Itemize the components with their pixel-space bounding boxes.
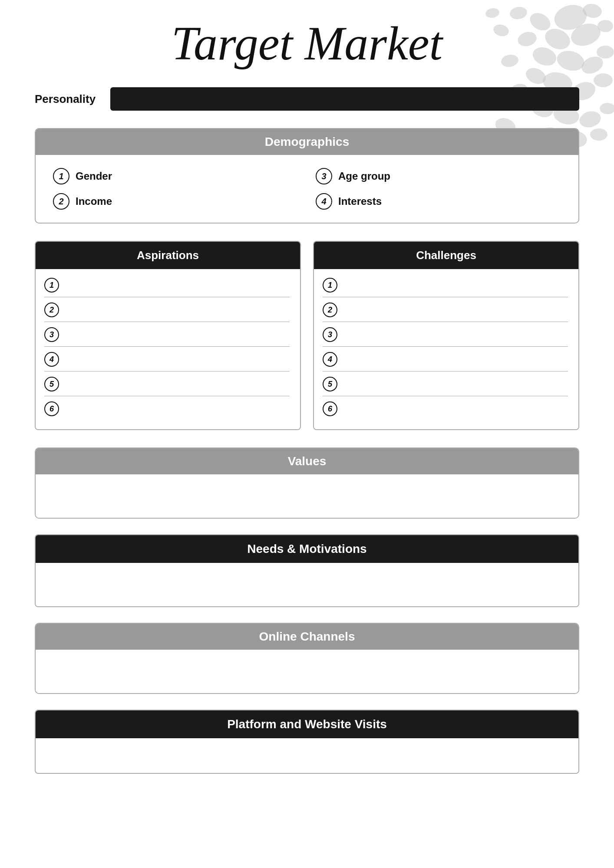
aspirations-header: Aspirations	[36, 242, 300, 269]
chal-num-2: 2	[323, 302, 337, 317]
aspirations-challenges-section: Aspirations 1 2 3 4	[35, 241, 579, 430]
challenges-body: 1 2 3 4 5	[314, 269, 578, 429]
list-item: 6	[44, 401, 290, 421]
list-item: 3	[44, 327, 290, 347]
chal-line-1	[343, 285, 568, 286]
demographics-gender: 1 Gender	[53, 168, 298, 184]
chal-line-3	[343, 335, 568, 335]
demographics-agegroup: 3 Age group	[316, 168, 561, 184]
interests-label: Interests	[338, 195, 382, 207]
svg-point-24	[590, 128, 607, 141]
page: Target Market Personality Demographics 1…	[0, 0, 614, 868]
asp-line-6	[64, 409, 290, 409]
list-item: 3	[323, 327, 568, 347]
svg-point-8	[579, 53, 606, 77]
asp-line-3	[64, 335, 290, 335]
svg-point-19	[600, 103, 614, 114]
demographics-header: Demographics	[36, 129, 578, 155]
chal-line-5	[343, 384, 568, 385]
main-content: Target Market Personality Demographics 1…	[35, 17, 579, 774]
platform-visits-header: Platform and Website Visits	[36, 710, 578, 738]
chal-num-3: 3	[323, 327, 337, 342]
list-item: 5	[44, 377, 290, 396]
chal-num-6: 6	[323, 401, 337, 416]
aspirations-body: 1 2 3 4 5	[36, 269, 300, 429]
online-channels-section: Online Channels	[35, 623, 579, 694]
asp-num-5: 5	[44, 377, 59, 391]
chal-num-1: 1	[323, 278, 337, 293]
list-item: 2	[323, 302, 568, 322]
list-item: 4	[44, 352, 290, 372]
asp-line-4	[64, 359, 290, 360]
demographics-income: 2 Income	[53, 193, 298, 210]
needs-motivations-header: Needs & Motivations	[36, 535, 578, 563]
svg-point-1	[582, 2, 603, 19]
list-item: 5	[323, 377, 568, 396]
platform-visits-body	[36, 738, 578, 773]
income-num: 2	[53, 193, 69, 210]
asp-num-1: 1	[44, 278, 59, 293]
svg-point-18	[578, 109, 603, 130]
list-item: 1	[44, 278, 290, 297]
asp-num-3: 3	[44, 327, 59, 342]
agegroup-num: 3	[316, 168, 332, 184]
list-item: 1	[323, 278, 568, 297]
values-body	[36, 474, 578, 518]
chal-line-4	[343, 359, 568, 360]
svg-point-14	[594, 73, 613, 87]
asp-line-2	[64, 310, 290, 310]
list-item: 4	[323, 352, 568, 372]
online-channels-body	[36, 650, 578, 693]
platform-visits-section: Platform and Website Visits	[35, 710, 579, 774]
interests-num: 4	[316, 193, 332, 210]
list-item: 2	[44, 302, 290, 322]
gender-num: 1	[53, 168, 69, 184]
demographics-section: Demographics 1 Gender 3 Age group 2 Inco…	[35, 128, 579, 224]
page-title: Target Market	[35, 17, 579, 70]
asp-line-5	[64, 384, 290, 385]
challenges-header: Challenges	[314, 242, 578, 269]
demographics-body: 1 Gender 3 Age group 2 Income 4 Interest…	[36, 155, 578, 223]
asp-line-1	[64, 285, 290, 286]
asp-num-4: 4	[44, 352, 59, 367]
svg-point-4	[597, 20, 613, 32]
chal-num-4: 4	[323, 352, 337, 367]
svg-point-9	[597, 46, 614, 59]
list-item: 6	[323, 401, 568, 421]
values-section: Values	[35, 447, 579, 519]
asp-num-6: 6	[44, 401, 59, 416]
demographics-interests: 4 Interests	[316, 193, 561, 210]
values-header: Values	[36, 448, 578, 474]
personality-row: Personality	[35, 87, 579, 111]
aspirations-box: Aspirations 1 2 3 4	[35, 241, 301, 430]
personality-input[interactable]	[110, 87, 579, 111]
needs-motivations-body	[36, 563, 578, 606]
needs-motivations-section: Needs & Motivations	[35, 534, 579, 607]
asp-num-2: 2	[44, 302, 59, 317]
agegroup-label: Age group	[338, 170, 390, 182]
chal-line-2	[343, 310, 568, 310]
online-channels-header: Online Channels	[36, 624, 578, 650]
gender-label: Gender	[76, 170, 112, 182]
challenges-box: Challenges 1 2 3 4	[313, 241, 579, 430]
personality-label: Personality	[35, 92, 100, 106]
chal-num-5: 5	[323, 377, 337, 391]
chal-line-6	[343, 409, 568, 409]
income-label: Income	[76, 195, 112, 207]
